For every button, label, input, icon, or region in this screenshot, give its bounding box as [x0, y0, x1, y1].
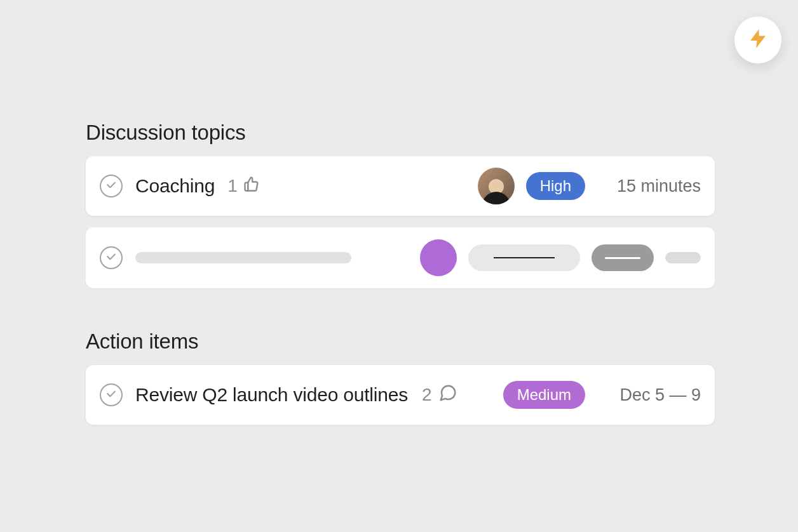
priority-badge-medium[interactable]: Medium [503, 381, 585, 409]
task-duration: 15 minutes [599, 176, 701, 196]
task-title: Review Q2 launch video outlines [135, 384, 408, 406]
thumbs-up-icon [243, 175, 260, 197]
priority-badge-high[interactable]: High [526, 172, 585, 200]
lightning-bolt-icon [747, 27, 769, 53]
placeholder-pill [468, 244, 580, 271]
check-icon [105, 178, 118, 194]
complete-task-button[interactable] [100, 246, 123, 269]
placeholder-avatar [420, 239, 457, 276]
automation-fab[interactable] [734, 17, 781, 63]
comment-count[interactable]: 2 [422, 383, 457, 407]
like-count-number: 1 [227, 176, 238, 196]
check-icon [105, 387, 118, 402]
task-title: Coaching [135, 175, 215, 197]
assignee-avatar[interactable] [478, 168, 515, 204]
placeholder-pill-dark [592, 244, 654, 271]
task-row[interactable]: Review Q2 launch video outlines 2 Medium… [86, 365, 715, 425]
complete-task-button[interactable] [100, 175, 123, 197]
check-icon [105, 250, 118, 265]
speech-bubble-icon [438, 383, 457, 407]
comment-count-number: 2 [422, 385, 432, 405]
section-title-discussion: Discussion topics [86, 121, 715, 145]
complete-task-button[interactable] [100, 383, 123, 406]
task-list-panel: Discussion topics Coaching 1 [86, 121, 715, 436]
placeholder-title-bar [135, 252, 351, 263]
task-date-range: Dec 5 — 9 [599, 385, 701, 405]
section-title-action-items: Action items [86, 329, 715, 354]
placeholder-end-bar [665, 252, 701, 263]
task-row[interactable]: Coaching 1 High 15 minutes [86, 156, 715, 216]
like-count[interactable]: 1 [227, 175, 260, 197]
task-row-placeholder [86, 227, 715, 288]
